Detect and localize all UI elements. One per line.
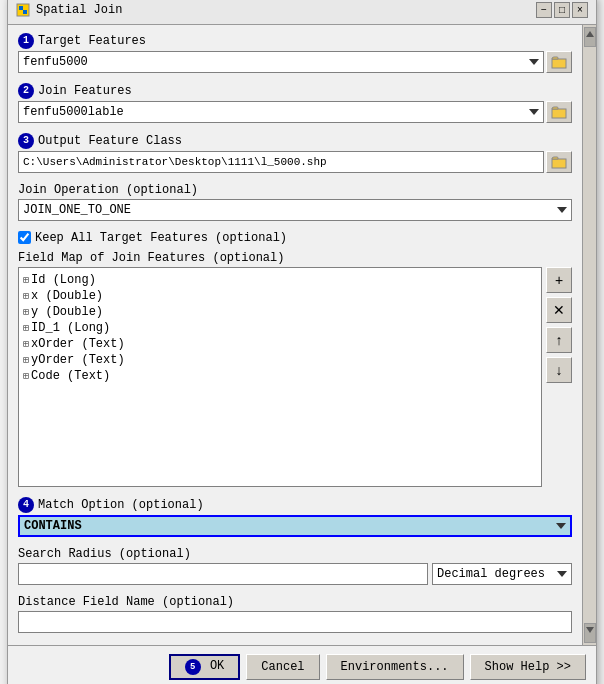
search-units-dropdown[interactable]: Decimal degrees xyxy=(432,563,572,585)
target-features-dropdown[interactable]: fenfu5000 xyxy=(18,51,544,73)
join-operation-section: Join Operation (optional) JOIN_ONE_TO_ON… xyxy=(18,183,572,221)
down-arrow-icon: ↓ xyxy=(556,362,563,378)
expand-icon-7: ⊞ xyxy=(23,370,29,382)
match-option-label: Match Option (optional) xyxy=(38,498,204,512)
svg-rect-3 xyxy=(552,59,566,68)
keep-all-target-row: Keep All Target Features (optional) xyxy=(18,231,572,245)
search-radius-label-row: Search Radius (optional) xyxy=(18,547,572,561)
distance-field-label-row: Distance Field Name (optional) xyxy=(18,595,572,609)
show-help-button[interactable]: Show Help >> xyxy=(470,654,586,680)
field-item-label-4: ID_1 (Long) xyxy=(31,321,110,335)
join-features-section: 2 Join Features fenfu5000lable xyxy=(18,83,572,123)
expand-icon-3: ⊞ xyxy=(23,306,29,318)
field-map-section: Field Map of Join Features (optional) ⊞ … xyxy=(18,251,572,487)
title-bar: Spatial Join − □ × xyxy=(8,0,596,25)
move-down-button[interactable]: ↓ xyxy=(546,357,572,383)
join-operation-label-row: Join Operation (optional) xyxy=(18,183,572,197)
scroll-up-button[interactable] xyxy=(584,27,596,47)
remove-icon: ✕ xyxy=(553,302,565,318)
add-icon: + xyxy=(555,272,563,288)
match-option-section: 4 Match Option (optional) CONTAINS xyxy=(18,497,572,537)
join-features-row: fenfu5000lable xyxy=(18,101,572,123)
svg-rect-1 xyxy=(19,6,23,10)
search-radius-row: Decimal degrees xyxy=(18,563,572,585)
distance-field-input[interactable] xyxy=(18,611,572,633)
expand-icon-2: ⊞ xyxy=(23,290,29,302)
join-features-label: Join Features xyxy=(38,84,132,98)
ok-label: OK xyxy=(210,659,224,673)
move-up-button[interactable]: ↑ xyxy=(546,327,572,353)
scroll-up-icon xyxy=(585,30,595,38)
target-features-browse-button[interactable] xyxy=(546,51,572,73)
field-item-label-2: x (Double) xyxy=(31,289,103,303)
distance-field-section: Distance Field Name (optional) xyxy=(18,595,572,633)
output-path-input[interactable] xyxy=(18,151,544,173)
svg-rect-2 xyxy=(23,10,27,14)
join-operation-dropdown[interactable]: JOIN_ONE_TO_ONE xyxy=(18,199,572,221)
search-radius-section: Search Radius (optional) Decimal degrees xyxy=(18,547,572,585)
list-item: ⊞ y (Double) xyxy=(23,304,537,320)
scroll-down-icon xyxy=(585,626,595,634)
join-features-label-row: 2 Join Features xyxy=(18,83,572,99)
maximize-button[interactable]: □ xyxy=(554,2,570,18)
join-features-dropdown[interactable]: fenfu5000lable xyxy=(18,101,544,123)
keep-all-target-checkbox[interactable] xyxy=(18,231,31,244)
output-browse-button[interactable] xyxy=(546,151,572,173)
field-map-label: Field Map of Join Features (optional) xyxy=(18,251,284,265)
list-item: ⊞ xOrder (Text) xyxy=(23,336,537,352)
field-item-label-5: xOrder (Text) xyxy=(31,337,125,351)
field-map-container: ⊞ Id (Long) ⊞ x (Double) ⊞ y (Double) xyxy=(18,267,572,487)
field-map-buttons: + ✕ ↑ ↓ xyxy=(546,267,572,487)
target-features-label: Target Features xyxy=(38,34,146,48)
output-feature-class-section: 3 Output Feature Class xyxy=(18,133,572,173)
add-field-button[interactable]: + xyxy=(546,267,572,293)
title-bar-left: Spatial Join xyxy=(16,3,122,17)
field-item-label-7: Code (Text) xyxy=(31,369,110,383)
match-option-row: CONTAINS xyxy=(18,515,572,537)
environments-button[interactable]: Environments... xyxy=(326,654,464,680)
close-button[interactable]: × xyxy=(572,2,588,18)
list-item: ⊞ yOrder (Text) xyxy=(23,352,537,368)
remove-field-button[interactable]: ✕ xyxy=(546,297,572,323)
target-features-row: fenfu5000 xyxy=(18,51,572,73)
field-map-list[interactable]: ⊞ Id (Long) ⊞ x (Double) ⊞ y (Double) xyxy=(18,267,542,487)
folder-icon-2 xyxy=(551,105,567,119)
join-features-browse-button[interactable] xyxy=(546,101,572,123)
match-option-label-row: 4 Match Option (optional) xyxy=(18,497,572,513)
title-buttons: − □ × xyxy=(536,2,588,18)
cancel-button[interactable]: Cancel xyxy=(246,654,319,680)
step3-badge: 3 xyxy=(18,133,34,149)
minimize-button[interactable]: − xyxy=(536,2,552,18)
ok-button[interactable]: 5 OK xyxy=(169,654,241,680)
step2-badge: 2 xyxy=(18,83,34,99)
target-features-section: 1 Target Features fenfu5000 xyxy=(18,33,572,73)
spatial-join-window: Spatial Join − □ × 1 Target Features fen… xyxy=(7,0,597,684)
search-radius-label: Search Radius (optional) xyxy=(18,547,191,561)
expand-icon-1: ⊞ xyxy=(23,274,29,286)
field-item-label-6: yOrder (Text) xyxy=(31,353,125,367)
output-feature-class-label: Output Feature Class xyxy=(38,134,182,148)
folder-icon-3 xyxy=(551,155,567,169)
svg-rect-4 xyxy=(552,109,566,118)
match-option-dropdown[interactable]: CONTAINS xyxy=(18,515,572,537)
step5-badge: 5 xyxy=(185,659,201,675)
field-item-label-3: y (Double) xyxy=(31,305,103,319)
output-feature-class-row xyxy=(18,151,572,173)
scroll-down-button[interactable] xyxy=(584,623,596,643)
footer: 5 OK Cancel Environments... Show Help >> xyxy=(8,645,596,685)
svg-rect-5 xyxy=(552,159,566,168)
list-item: ⊞ Code (Text) xyxy=(23,368,537,384)
output-feature-class-label-row: 3 Output Feature Class xyxy=(18,133,572,149)
main-layout: 1 Target Features fenfu5000 xyxy=(8,25,596,645)
field-map-label-row: Field Map of Join Features (optional) xyxy=(18,251,572,265)
expand-icon-4: ⊞ xyxy=(23,322,29,334)
up-arrow-icon: ↑ xyxy=(556,332,563,348)
join-operation-label: Join Operation (optional) xyxy=(18,183,198,197)
target-features-label-row: 1 Target Features xyxy=(18,33,572,49)
keep-all-target-label: Keep All Target Features (optional) xyxy=(35,231,287,245)
list-item: ⊞ Id (Long) xyxy=(23,272,537,288)
folder-icon xyxy=(551,55,567,69)
window-title: Spatial Join xyxy=(36,3,122,17)
scrollbar[interactable] xyxy=(582,25,596,645)
search-radius-input[interactable] xyxy=(18,563,428,585)
